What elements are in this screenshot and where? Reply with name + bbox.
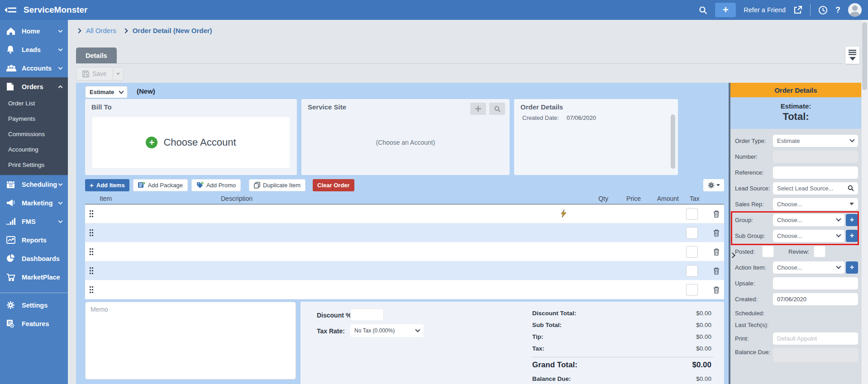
sidebar-item-reports[interactable]: Reports [0,231,68,249]
search-icon[interactable] [699,6,707,14]
tax-checkbox[interactable] [686,246,698,258]
clear-order-button[interactable]: Clear Order [313,179,354,191]
sidebar-item-accounts[interactable]: Accounts [0,59,68,77]
drag-handle-icon[interactable] [89,248,94,257]
chevron-down-icon [58,65,63,70]
tax-checkbox[interactable] [686,227,698,239]
panel-scrollbar[interactable] [671,114,675,169]
sidebar-item-orders[interactable]: Orders [0,77,68,96]
add-group-button[interactable]: + [846,214,858,226]
chevron-down-icon [836,216,841,221]
breadcrumb-current: Order Detail (New Order) [133,27,212,34]
discount-input[interactable] [350,308,384,321]
user-avatar[interactable] [848,3,862,17]
tip-value: $0.00 [696,333,711,340]
help-icon[interactable]: ? [835,5,840,15]
save-icon [82,71,89,77]
lightning-icon[interactable] [561,209,566,219]
tax-checkbox[interactable] [686,208,698,220]
sidebar-item-features[interactable]: Features [0,314,68,333]
avatar-head [852,5,858,11]
sidebar-item-marketplace[interactable]: MarketPlace [0,268,68,286]
sidebar-item-scheduling[interactable]: Scheduling [0,175,68,194]
sidebar-item-label: Orders [22,83,43,90]
history-clock-icon[interactable] [818,5,828,15]
upsale-input[interactable] [773,277,858,289]
created-label: Created: [735,296,773,303]
order-editor: Estimate (New) Bill To + Choose Account … [76,83,729,384]
sidebar-item-commissions[interactable]: Commissions [0,127,68,142]
collapse-sidebar-button[interactable] [0,6,21,14]
list-plus-icon [6,319,14,328]
drag-handle-icon[interactable] [89,229,94,238]
reference-input[interactable] [773,166,858,179]
print-input[interactable] [773,332,858,345]
service-site-panel: Service Site (Choose an Account) [301,99,510,175]
duplicate-item-button[interactable]: Duplicate Item [249,179,305,191]
action-item-dropdown[interactable]: Choose... [773,261,844,274]
page-menu-button[interactable] [845,47,859,64]
tax-rate-select[interactable]: No Tax (0.000%) [350,324,424,337]
add-action-item-button[interactable]: + [846,261,858,274]
bell-icon [6,45,14,54]
external-link-icon[interactable] [793,5,802,14]
sales-rep-dropdown[interactable]: Choose... [773,198,858,210]
sidebar-body: Order Type: Estimate Number: Reference: … [730,129,861,384]
sidebar-item-home[interactable]: Home [0,22,68,40]
save-button[interactable]: Save [76,67,113,81]
add-promo-button[interactable]: Add Promo [191,179,241,191]
order-type-dropdown[interactable]: Estimate [773,135,858,147]
tax-checkbox[interactable] [686,284,698,296]
tab-details[interactable]: Details [76,47,117,63]
chevron-right-icon [123,28,128,33]
trash-icon[interactable] [713,229,720,238]
sidebar-item-order-list[interactable]: Order List [0,96,68,111]
order-type-select[interactable]: Estimate [85,86,128,98]
drag-handle-icon[interactable] [89,267,94,276]
breadcrumb-all-orders[interactable]: All Orders [86,27,116,34]
save-dropdown-button[interactable] [113,67,124,81]
sidebar-item-print-settings[interactable]: Print Settings [0,157,68,173]
choose-account-button[interactable]: + Choose Account [92,117,290,168]
sidebar-item-accounting[interactable]: Accounting [0,142,68,157]
header-amount: Amount [649,195,679,202]
sidebar-item-payments[interactable]: Payments [0,111,68,127]
group-dropdown[interactable]: Choose... [773,214,844,226]
balance-due-input [773,348,858,362]
drag-handle-icon[interactable] [89,210,94,219]
table-settings-button[interactable] [703,179,724,191]
sidebar-item-settings[interactable]: Settings [0,296,68,314]
sidebar-item-dashboards[interactable]: Dashboards [0,249,68,268]
posted-checkbox[interactable] [762,246,774,257]
trash-icon[interactable] [713,248,720,257]
trash-icon[interactable] [713,210,720,219]
review-checkbox[interactable] [814,246,825,257]
grand-total-value: $0.00 [692,360,711,370]
action-item-label: Action Item: [735,264,773,271]
sidebar-item-marketing[interactable]: Marketing [0,194,68,212]
add-items-button[interactable]: +Add Items [85,179,129,191]
sub-group-dropdown[interactable]: Choose... [773,230,844,242]
sidebar-item-leads[interactable]: Leads [0,40,68,59]
lead-source-picker[interactable]: Select Lead Source... [773,182,858,194]
add-site-button[interactable] [470,103,486,115]
quick-add-button[interactable]: + [715,3,736,17]
balance-due-label: Balance Due: [532,375,571,382]
created-date-input[interactable] [773,293,858,305]
sidebar-item-fms[interactable]: FMS [0,212,68,231]
magnifier-icon [848,185,854,191]
page-scrollbar-thumb[interactable] [862,22,867,90]
add-package-button[interactable]: Add Package [133,179,188,191]
order-details-panel: Order Details Created Date: 07/06/2020 [514,99,678,175]
tax-checkbox[interactable] [686,265,698,277]
topbar-actions: + Refer a Friend ? [699,3,868,17]
trash-icon[interactable] [713,267,720,276]
search-site-button[interactable] [489,103,505,115]
refer-a-friend-link[interactable]: Refer a Friend [744,6,786,14]
add-sub-group-button[interactable]: + [846,230,858,242]
drag-handle-icon[interactable] [89,286,94,295]
memo-input[interactable] [85,302,296,379]
table-row [85,242,724,261]
sidebar-item-label: FMS [22,218,36,225]
trash-icon[interactable] [713,286,720,295]
